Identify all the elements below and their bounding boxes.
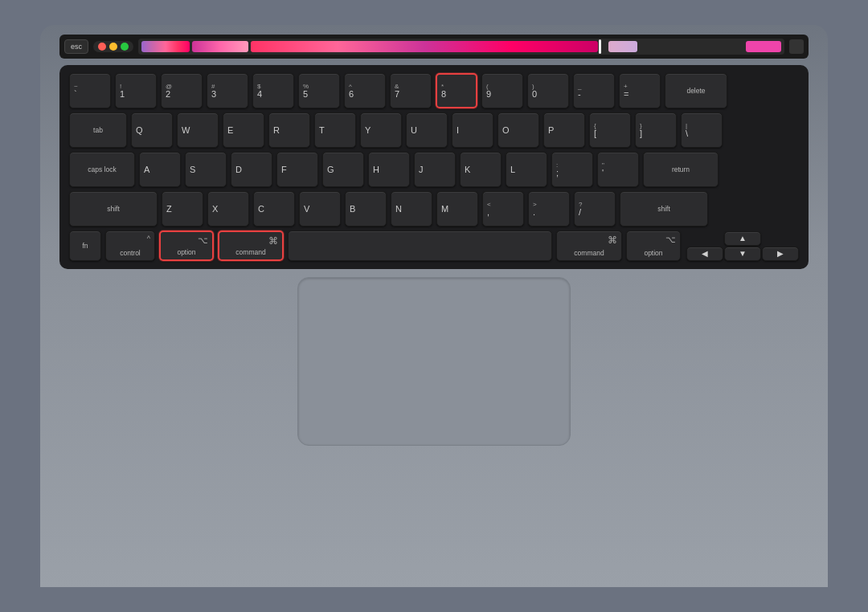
key-command-left[interactable]: ⌘ command <box>218 231 284 261</box>
key-7[interactable]: &7 <box>390 73 432 108</box>
key-3[interactable]: #3 <box>207 73 248 108</box>
key-h[interactable]: H <box>368 152 410 187</box>
key-minus[interactable]: _- <box>573 73 615 108</box>
key-g[interactable]: G <box>322 152 364 187</box>
key-option-left[interactable]: ⌥ option <box>159 231 214 261</box>
key-comma[interactable]: <, <box>482 191 524 226</box>
key-9[interactable]: (9 <box>481 73 523 108</box>
key-1[interactable]: !1 <box>115 73 157 108</box>
key-semicolon[interactable]: :; <box>551 152 593 187</box>
key-arrow-right[interactable]: ▶ <box>762 247 799 261</box>
key-u[interactable]: U <box>406 112 448 148</box>
trackpad[interactable] <box>297 277 571 446</box>
tb-right-btn[interactable] <box>789 39 804 54</box>
zxcv-row: shift Z X C V B N M <, >. ?/ shift <box>69 191 799 226</box>
key-return[interactable]: return <box>643 152 719 187</box>
key-c[interactable]: C <box>253 191 295 226</box>
expand-dot <box>121 43 129 51</box>
key-fn[interactable]: fn <box>69 231 101 261</box>
key-period[interactable]: >. <box>528 191 570 226</box>
key-4[interactable]: $4 <box>252 73 294 108</box>
touch-bar: esc <box>59 35 809 59</box>
tb-window-controls <box>93 41 133 52</box>
key-option-right[interactable]: ⌥ option <box>626 231 681 261</box>
asdf-row: caps lock A S D F G H J K L :; "' return <box>69 152 799 187</box>
key-t[interactable]: T <box>314 112 356 148</box>
key-y[interactable]: Y <box>360 112 402 148</box>
key-i[interactable]: I <box>452 112 493 148</box>
key-6[interactable]: ^6 <box>344 73 386 108</box>
key-q[interactable]: Q <box>131 112 173 148</box>
tb-bar2 <box>192 41 248 52</box>
key-a[interactable]: A <box>139 152 181 187</box>
key-k[interactable]: K <box>460 152 502 187</box>
key-v[interactable]: V <box>299 191 341 226</box>
key-delete[interactable]: delete <box>665 73 727 108</box>
key-arrow-down[interactable]: ▼ <box>724 247 761 261</box>
tb-bar5 <box>746 41 781 52</box>
key-j[interactable]: J <box>414 152 456 187</box>
key-equals[interactable]: += <box>619 73 661 108</box>
tb-slider-area[interactable] <box>138 39 784 55</box>
key-w[interactable]: W <box>177 112 219 148</box>
key-0[interactable]: )0 <box>527 73 569 108</box>
key-d[interactable]: D <box>231 152 272 187</box>
key-slash[interactable]: ?/ <box>574 191 616 226</box>
keyboard: ~` !1 @2 #3 $4 %5 ^6 &7 <box>59 65 809 269</box>
arrow-up-row: ▲ <box>686 231 799 246</box>
key-5[interactable]: %5 <box>298 73 340 108</box>
key-control[interactable]: ^ control <box>105 231 155 261</box>
minimize-dot <box>109 43 117 51</box>
tb-bar3 <box>251 41 598 52</box>
key-capslock[interactable]: caps lock <box>69 152 135 187</box>
bottom-row: fn ^ control ⌥ option ⌘ command ⌘ comman… <box>69 231 799 261</box>
key-x[interactable]: X <box>207 191 249 226</box>
key-z[interactable]: Z <box>162 191 203 226</box>
key-m[interactable]: M <box>436 191 478 226</box>
key-f[interactable]: F <box>276 152 318 187</box>
tb-bar4 <box>608 41 637 52</box>
key-backslash[interactable]: |\ <box>681 112 723 148</box>
key-shift-left[interactable]: shift <box>69 191 158 226</box>
number-row: ~` !1 @2 #3 $4 %5 ^6 &7 <box>69 73 799 108</box>
key-command-right[interactable]: ⌘ command <box>556 231 622 261</box>
qwerty-row: tab Q W E R T Y U I O P {[ }] |\ <box>69 112 799 148</box>
key-e[interactable]: E <box>223 112 264 148</box>
key-space[interactable] <box>288 231 552 261</box>
tb-handle[interactable] <box>599 39 601 54</box>
key-arrow-up[interactable]: ▲ <box>724 231 761 246</box>
key-n[interactable]: N <box>391 191 432 226</box>
key-tilde[interactable]: ~` <box>69 73 111 108</box>
key-b[interactable]: B <box>345 191 387 226</box>
arrow-keys: ▲ ◀ ▼ ▶ <box>686 231 799 261</box>
key-r[interactable]: R <box>268 112 310 148</box>
laptop-body: esc ~` !1 @2 <box>40 25 828 587</box>
key-8[interactable]: *8 <box>436 73 477 108</box>
key-o[interactable]: O <box>497 112 539 148</box>
key-l[interactable]: L <box>506 152 547 187</box>
key-2[interactable]: @2 <box>161 73 203 108</box>
arrow-bottom-row: ◀ ▼ ▶ <box>686 247 799 261</box>
key-tab[interactable]: tab <box>69 112 127 148</box>
key-quote[interactable]: "' <box>597 152 639 187</box>
key-bracket-right[interactable]: }] <box>635 112 677 148</box>
key-shift-right[interactable]: shift <box>620 191 708 226</box>
trackpad-area <box>59 277 809 446</box>
key-p[interactable]: P <box>543 112 585 148</box>
key-bracket-left[interactable]: {[ <box>589 112 631 148</box>
tb-bar1 <box>141 41 190 52</box>
close-dot <box>98 43 106 51</box>
esc-key[interactable]: esc <box>64 39 88 54</box>
key-arrow-left[interactable]: ◀ <box>686 247 723 261</box>
key-s[interactable]: S <box>185 152 227 187</box>
